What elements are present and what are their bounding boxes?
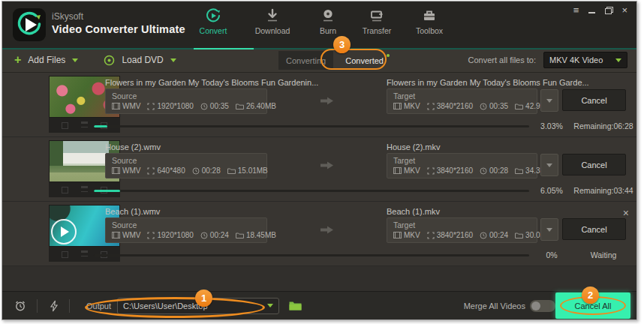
play-button-icon[interactable] [51,219,77,244]
remaining-time: Remaining:06:28 [571,122,636,130]
resolution-meta: 640*480 [147,166,185,175]
cancel-button[interactable]: Cancel [562,89,626,111]
target-format-dropdown-button[interactable] [540,218,558,241]
file-row-3: Beach (1).wmv Source WMV 1920*1080 00:24… [2,202,636,266]
output-path-dropdown-icon[interactable] [267,304,273,308]
format-meta: MKV [393,231,420,239]
crop-icon[interactable] [62,122,68,129]
merge-all-toggle[interactable] [530,300,555,312]
source-label: Source [112,156,260,165]
file-row-2: House (2).wmv Source WMV 640*480 00:28 1… [2,137,636,202]
crop-icon[interactable] [62,251,68,258]
source-info-box: Source WMV 640*480 00:28 15.01MB [105,153,267,178]
remaining-time: Remaining:03:44 [571,186,636,195]
target-info-box: Target MKV 3840*2160 00:35 42.95MB [387,88,537,114]
cancel-all-button[interactable]: Cancel All [555,292,630,319]
target-filename: Flowers in my Garden My Today's Blooms F… [387,78,604,87]
source-info-box: Source WMV 1920*1080 00:24 18.45MB [105,218,267,243]
tab-transfer[interactable]: Transfer [354,8,400,35]
conversion-list: Flowers in my Garden My Today's Blooms F… [2,73,636,292]
format-dropdown-icon [615,58,621,62]
resolution-meta: 3840*2160 [427,166,473,175]
target-label: Target [393,92,531,100]
target-filename: House (2).mkv [387,142,604,152]
divider [37,299,38,313]
convert-direction-arrow-icon [320,224,333,238]
output-label: Output [86,302,111,310]
target-format-dropdown-button[interactable] [540,154,558,176]
target-label: Target [393,156,531,165]
app-logo-icon [13,8,46,41]
load-dvd-icon [104,55,115,66]
progress-line: 3.03% Remaining:06:28 [94,122,636,130]
duration-meta: 00:28 [480,166,508,175]
effects-icon[interactable] [81,124,88,128]
merge-all-label: Merge All Videos [464,302,525,310]
target-filename: Beach (1).mkv [387,207,604,216]
convert-icon [205,8,221,24]
duration-meta: 00:24 [200,231,229,239]
tab-toolbox[interactable]: Toolbox [406,8,453,35]
target-info-box: Target MKV 3840*2160 00:24 30.03MB [387,218,537,243]
duration-meta: 00:35 [200,102,229,110]
annotation-ellipse-2: Cancel All [560,296,626,315]
restore-icon[interactable] [605,8,612,14]
progress-bar [94,190,529,192]
toolbar: + Add Files Load DVD Converting Converte… [2,48,636,73]
remove-row-icon[interactable]: × [623,208,629,218]
duration-meta: 00:35 [480,102,508,110]
add-files-dropdown-icon[interactable] [72,58,78,62]
high-speed-icon[interactable] [50,300,59,312]
window-controls: ≡ × [573,5,627,15]
new-indicator-dot [387,54,390,57]
tab-download-label: Download [255,26,290,35]
tab-convert-label: Convert [200,26,227,35]
transfer-icon [369,8,385,24]
crop-icon[interactable] [62,187,68,194]
resolution-meta: 1920*1080 [147,231,193,239]
target-format-dropdown-button[interactable] [540,89,558,112]
source-label: Source [112,92,260,100]
output-path-field[interactable]: C:\Users\User\Desktop [117,298,279,314]
size-meta: 18.45MB [236,231,276,239]
resolution-meta: 1920*1080 [147,102,193,110]
open-folder-icon[interactable] [289,301,302,310]
source-label: Source [112,220,260,230]
tab-converted[interactable]: Converted [338,51,391,70]
effects-icon[interactable] [81,253,88,256]
toggle-knob [531,302,540,310]
cancel-button[interactable]: Cancel [562,218,626,240]
add-files-button[interactable]: Add Files [28,55,65,65]
format-meta: WMV [112,166,140,175]
cancel-button[interactable]: Cancel [562,154,626,176]
load-dvd-button[interactable]: Load DVD [122,55,163,65]
output-format-value: MKV 4K Video [549,56,615,64]
tab-converted-label: Converted [345,56,384,65]
load-dvd-dropdown-icon[interactable] [170,58,176,62]
download-icon [264,8,281,24]
schedule-icon[interactable] [14,300,26,312]
minimize-icon[interactable] [588,8,595,14]
tab-transfer-label: Transfer [363,26,392,35]
close-icon[interactable]: × [621,5,627,15]
effects-icon[interactable] [81,188,88,192]
convert-direction-arrow-icon [320,160,333,173]
tab-convert[interactable]: Convert [190,8,236,35]
brand-text: iSkysoft Video Converter Ultimate [52,11,185,36]
tab-download[interactable]: Download [242,8,302,35]
duration-meta: 00:24 [480,231,508,239]
tab-burn[interactable]: Burn [308,8,348,35]
output-format-select[interactable]: MKV 4K Video [543,52,627,68]
size-meta: 26.40MB [236,102,276,110]
target-label: Target [393,220,531,230]
tab-converting[interactable]: Converting [278,51,333,70]
format-meta: WMV [112,231,140,239]
convert-all-label: Convert all files to: [468,56,536,64]
duration-meta: 00:28 [192,166,221,175]
app-window: iSkysoft Video Converter Ultimate Conver… [2,1,637,320]
menu-icon[interactable]: ≡ [573,5,579,15]
size-meta: 15.01MB [227,166,268,175]
file-row-1: Flowers in my Garden My Today's Blooms F… [2,73,636,137]
resolution-meta: 3840*2160 [427,102,473,110]
progress-percent: 0% [535,250,568,260]
